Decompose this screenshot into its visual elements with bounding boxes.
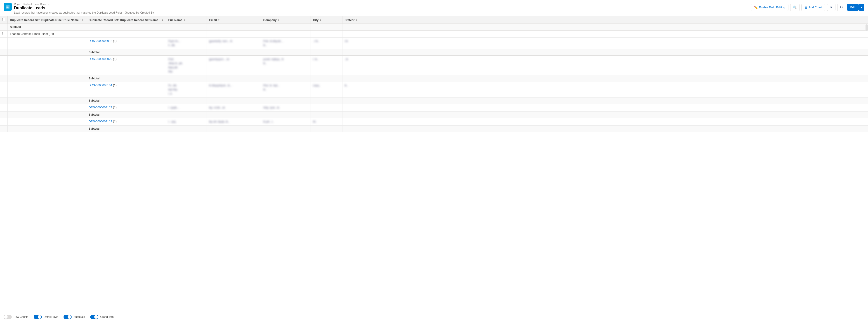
th-rule-name-label: Duplicate Record Set: Duplicate Rule: Ru… bbox=[10, 18, 79, 22]
report-header: Report: Duplicate Lead Records Duplicate… bbox=[0, 0, 868, 16]
report-icon bbox=[5, 4, 10, 9]
table-row: Subtotal bbox=[0, 75, 868, 82]
row5-checkbox-cell bbox=[0, 118, 8, 125]
filter-button[interactable]: ▼ bbox=[827, 4, 835, 11]
row5-rule-name-cell bbox=[8, 118, 86, 125]
sub4-e1 bbox=[166, 112, 207, 118]
sub4-e4 bbox=[311, 112, 342, 118]
row1-full-name-blurred: Pqzk lm... lr .dlk. bbox=[168, 39, 180, 47]
city-filter-button[interactable]: ▾ bbox=[319, 19, 322, 22]
row5-city-blurred: lkl. bbox=[313, 120, 316, 124]
row3-checkbox-cell bbox=[0, 82, 8, 97]
subtotal-checkbox-cell bbox=[0, 24, 8, 31]
row2-city-blurred: l. lk.. bbox=[313, 57, 319, 61]
drs-3104-link[interactable]: DRS-0000003104 bbox=[89, 84, 112, 87]
row1-set-name-cell: DRS-0000003012 (1) bbox=[86, 37, 166, 49]
add-chart-button[interactable]: ⊞ Add Chart bbox=[801, 4, 825, 11]
drs-3119-count: (1) bbox=[113, 120, 117, 123]
row5-full-name-blurred: l.. zpq. bbox=[168, 120, 176, 124]
subtotals-toggle-group: Subtotals bbox=[64, 315, 85, 319]
row4-full-name-blurred: l. zpqlk... bbox=[168, 106, 179, 110]
row5-company-blurred: lk.pkl. .l.. bbox=[264, 120, 274, 124]
sub2-label bbox=[8, 75, 86, 82]
subtotals-toggle[interactable] bbox=[64, 315, 72, 319]
detail-rows-toggle-group: Detail Rows bbox=[34, 315, 58, 319]
sub5-label bbox=[8, 125, 86, 132]
th-company: Company ▾ bbox=[261, 16, 311, 24]
full-name-filter-button[interactable]: ▾ bbox=[183, 19, 186, 22]
row4-company-cell: Xklp. lpxk...lk. bbox=[261, 104, 311, 112]
row-counts-label: Row Counts bbox=[13, 315, 28, 319]
group-header-empty-3 bbox=[207, 31, 261, 37]
sub1-e1 bbox=[166, 49, 207, 56]
row3-company-cell: Pkzl. lk. lkpl... lk.. bbox=[261, 82, 311, 97]
sub5-checkbox bbox=[0, 125, 8, 132]
sub4-checkbox bbox=[0, 112, 8, 118]
sub1-e3 bbox=[261, 49, 311, 56]
sub2-value: Subtotal bbox=[86, 75, 166, 82]
group-select-checkbox[interactable] bbox=[2, 32, 5, 35]
row2-state-cell: ..lk bbox=[342, 56, 868, 75]
grand-total-label: Grand Total bbox=[100, 315, 114, 319]
detail-rows-toggle[interactable] bbox=[34, 315, 42, 319]
bottom-bar: Row Counts Detail Rows Subtotals bbox=[0, 313, 868, 321]
sub3-checkbox bbox=[0, 97, 8, 104]
drs-3117-link[interactable]: DRS-0000003117 bbox=[89, 106, 112, 109]
row2-full-name-blurred: Pzkl. Jkklp lk. plk. klpq plk. lklp. bbox=[168, 57, 183, 74]
row3-email-blurred: lk klkpqzklpxk...lk... bbox=[209, 84, 232, 88]
grand-total-toggle[interactable] bbox=[90, 315, 98, 319]
group-header-empty-1 bbox=[86, 31, 166, 37]
group-header-empty-4 bbox=[261, 31, 311, 37]
drs-3020-link[interactable]: DRS-0000003020 bbox=[89, 57, 112, 61]
subtotal-empty-3 bbox=[207, 24, 261, 31]
table-row: DRS-0000003119 (1) l.. zpq. lkp.xkl..lkp… bbox=[0, 118, 868, 125]
header-left: Report: Duplicate Lead Records Duplicate… bbox=[4, 3, 154, 14]
enable-field-editing-button[interactable]: ✏️ Enable Field Editing bbox=[751, 4, 789, 11]
subtotal-empty-6 bbox=[342, 24, 868, 31]
table-row: Lead to Contact, Email Exact (24) bbox=[0, 31, 868, 37]
search-button[interactable]: 🔍 bbox=[790, 4, 800, 11]
row3-state-blurred: lk.. bbox=[345, 84, 348, 88]
subtotal-empty-5 bbox=[311, 24, 342, 31]
sub3-e4 bbox=[311, 97, 342, 104]
set-name-filter-button[interactable]: ▾ bbox=[161, 19, 164, 22]
filter-icon: ▼ bbox=[830, 5, 833, 9]
state-filter-button[interactable]: ▾ bbox=[355, 19, 358, 22]
edit-label: Edit bbox=[850, 6, 855, 9]
row4-checkbox-cell bbox=[0, 104, 8, 112]
row3-full-name-blurred: Px. dlk. klpl lklp. l..k. bbox=[168, 84, 178, 96]
refresh-button[interactable]: ↻ bbox=[837, 4, 845, 11]
th-city-label: City bbox=[313, 18, 319, 22]
sub2-e5 bbox=[342, 75, 868, 82]
row3-email-cell: lk klkpqzklpxk...lk... bbox=[207, 82, 261, 97]
report-description: Lead records that have been created as d… bbox=[14, 11, 154, 14]
edit-dropdown-button[interactable]: ▾ bbox=[859, 4, 864, 11]
email-filter-button[interactable]: ▾ bbox=[218, 19, 220, 22]
drs-3012-link[interactable]: DRS-0000003012 bbox=[89, 39, 112, 42]
detail-rows-label: Detail Rows bbox=[43, 315, 58, 319]
sub5-e1 bbox=[166, 125, 207, 132]
rule-name-filter-button[interactable]: ▾ bbox=[82, 19, 84, 22]
th-company-label: Company bbox=[264, 18, 277, 22]
enable-field-editing-label: Enable Field Editing bbox=[759, 6, 785, 9]
edit-button[interactable]: Edit bbox=[847, 4, 859, 11]
sub5-e3 bbox=[261, 125, 311, 132]
th-email-label: Email bbox=[209, 18, 217, 22]
report-table: Duplicate Record Set: Duplicate Rule: Ru… bbox=[0, 16, 868, 132]
row3-rule-name-cell bbox=[8, 82, 86, 97]
row4-email-cell: lkp. xl.klk...xk bbox=[207, 104, 261, 112]
group-header-rule-name-cell: Lead to Contact, Email Exact (24) bbox=[8, 31, 86, 37]
row4-state-cell bbox=[342, 104, 868, 112]
svg-rect-2 bbox=[6, 6, 8, 7]
company-filter-button[interactable]: ▾ bbox=[278, 19, 280, 22]
row3-city-blurred: Lkpq.. bbox=[313, 84, 320, 88]
row1-company-blurred: Pxlk. lk.klkpxlk... lk.. bbox=[264, 39, 283, 47]
table-row: DRS-0000003012 (1) Pqzk lm... lr .dlk. g… bbox=[0, 37, 868, 49]
sub1-value: Subtotal bbox=[86, 49, 166, 56]
row4-company-blurred: Xklp. lpxk...lk. bbox=[264, 106, 280, 110]
th-rule-name: Duplicate Record Set: Duplicate Rule: Ru… bbox=[8, 16, 86, 24]
drs-3119-link[interactable]: DRS-0000003119 bbox=[89, 120, 112, 123]
row-counts-toggle[interactable] bbox=[4, 315, 12, 319]
select-all-checkbox[interactable] bbox=[2, 18, 5, 21]
th-email: Email ▾ bbox=[207, 16, 261, 24]
